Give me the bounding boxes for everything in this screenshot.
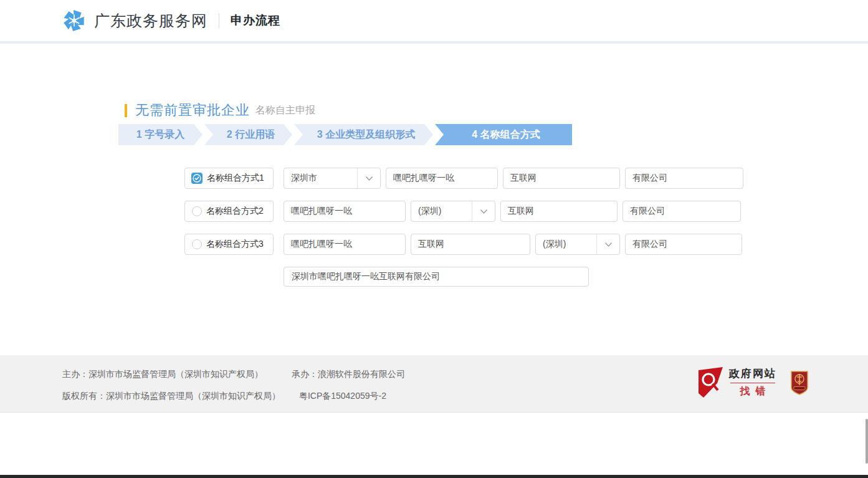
region-select-row2[interactable]: (深圳) xyxy=(411,201,495,222)
region-select-row1[interactable]: 深圳市 xyxy=(284,168,381,189)
error-badge-line2: 找错 xyxy=(740,385,771,398)
region-select-value: 深圳市 xyxy=(284,173,357,184)
error-badge-rule xyxy=(730,383,775,383)
page-subtitle: 名称自主申报 xyxy=(255,104,315,117)
page-title: 无需前置审批企业 xyxy=(135,101,250,120)
combined-name-input[interactable] xyxy=(284,267,589,287)
copyright-label: 版权所有： xyxy=(62,391,106,401)
header-divider xyxy=(219,13,219,28)
copyright-value: 深圳市市场监督管理局（深圳市知识产权局） xyxy=(106,391,280,401)
name-combo-option-3[interactable]: 名称组合方式3 xyxy=(184,234,274,255)
org-form-input-row1[interactable] xyxy=(625,168,743,189)
name-combo-row-1: 名称组合方式1 深圳市 xyxy=(184,168,748,189)
region-select-row3[interactable]: (深圳) xyxy=(535,234,620,255)
industry-input-row3[interactable] xyxy=(411,234,530,255)
footer-line-2: 版权所有：深圳市市场监督管理局（深圳市知识产权局） 粤ICP备15042059号… xyxy=(62,390,405,402)
host-label: 主办： xyxy=(62,369,88,379)
checkbox-checked-icon[interactable] xyxy=(191,173,203,184)
option-label: 名称组合方式1 xyxy=(207,173,264,184)
title-accent-bar xyxy=(125,104,127,117)
site-logo-icon xyxy=(62,9,86,32)
org-form-input-row2[interactable] xyxy=(622,201,741,222)
step-tab-1-label: 1 字号录入 xyxy=(136,128,184,141)
name-combo-option-1[interactable]: 名称组合方式1 xyxy=(184,168,274,189)
option-label: 名称组合方式3 xyxy=(206,239,264,250)
scrollbar-thumb[interactable] xyxy=(866,419,868,464)
page: 广东政务服务网 申办流程 无需前置审批企业 名称自主申报 1 字号录入 2 行业… xyxy=(0,0,868,478)
checkbox-unchecked-icon[interactable] xyxy=(192,239,202,249)
error-badge-line1: 政府网站 xyxy=(729,366,776,381)
site-title: 广东政务服务网 xyxy=(94,11,207,31)
name-combo-row-2: 名称组合方式2 (深圳) xyxy=(184,201,746,222)
main-content: 无需前置审批企业 名称自主申报 1 字号录入 2 行业用语 3 企业类型及组织形… xyxy=(0,44,868,355)
bottom-dark-bar xyxy=(0,475,868,478)
option-label: 名称组合方式2 xyxy=(206,206,264,217)
step-breadcrumb: 1 字号录入 2 行业用语 3 企业类型及组织形式 4 名称组合方式 xyxy=(118,124,572,145)
name-combo-row-3: 名称组合方式3 (深圳) xyxy=(184,234,747,255)
chevron-down-icon[interactable] xyxy=(597,242,619,247)
trade-name-input-row2[interactable] xyxy=(284,201,406,222)
undertaker-label: 承办： xyxy=(292,369,318,379)
step-tab-3[interactable]: 3 企业类型及组织形式 xyxy=(294,124,433,145)
section-title: 申办流程 xyxy=(231,12,280,29)
checkbox-unchecked-icon[interactable] xyxy=(192,206,202,216)
region-select-value: (深圳) xyxy=(536,239,596,250)
footer-line-1: 主办：深圳市市场监督管理局（深圳市知识产权局） 承办：浪潮软件股份有限公司 xyxy=(62,368,405,380)
undertaker-value: 浪潮软件股份有限公司 xyxy=(318,369,405,379)
red-shield-badge-icon[interactable] xyxy=(790,370,809,395)
error-report-flag-icon xyxy=(698,367,724,398)
industry-input-row2[interactable] xyxy=(500,201,618,222)
icp-number: 粤ICP备15042059号-2 xyxy=(299,391,386,401)
region-select-value: (深圳) xyxy=(411,206,472,217)
name-combo-option-2[interactable]: 名称组合方式2 xyxy=(184,201,274,222)
trade-name-input-row3[interactable] xyxy=(284,234,406,255)
header: 广东政务服务网 申办流程 xyxy=(0,0,868,41)
host-value: 深圳市市场监督管理局（深圳市知识产权局） xyxy=(88,369,263,379)
step-tab-4-label: 4 名称组合方式 xyxy=(472,128,540,141)
footer: 主办：深圳市市场监督管理局（深圳市知识产权局） 承办：浪潮软件股份有限公司 版权… xyxy=(0,355,868,413)
gov-site-error-report-badge[interactable]: 政府网站 找错 xyxy=(698,366,776,398)
step-tab-3-label: 3 企业类型及组织形式 xyxy=(317,128,415,141)
industry-input-row1[interactable] xyxy=(503,168,620,189)
chevron-down-icon[interactable] xyxy=(472,209,495,214)
chevron-down-icon[interactable] xyxy=(358,176,380,181)
step-tab-2[interactable]: 2 行业用语 xyxy=(204,124,292,145)
step-tab-1[interactable]: 1 字号录入 xyxy=(118,124,203,145)
org-form-input-row3[interactable] xyxy=(625,234,742,255)
lower-whitespace xyxy=(0,413,868,475)
step-tab-4[interactable]: 4 名称组合方式 xyxy=(435,124,572,145)
step-tab-2-label: 2 行业用语 xyxy=(227,128,275,141)
trade-name-input-row1[interactable] xyxy=(386,168,498,189)
